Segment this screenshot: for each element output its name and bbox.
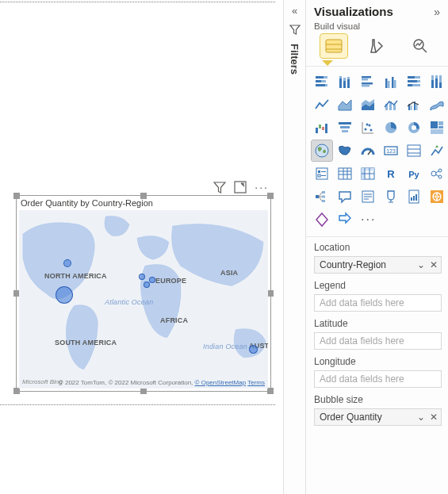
terms-link[interactable]: Terms [247,379,265,386]
viz-paginated[interactable] [404,186,424,207]
svg-rect-112 [413,196,415,201]
viz-panel-title: Visualizations [314,5,393,18]
svg-rect-34 [431,80,434,88]
map-visual[interactable]: Order Quantity by Country-Region [16,195,271,392]
viz-stacked-bar[interactable] [312,71,332,92]
visual-more-icon[interactable]: ··· [255,181,269,193]
svg-rect-111 [411,197,412,201]
map-bubble-uk[interactable] [139,274,145,280]
map-bubble-au[interactable] [249,345,258,354]
report-canvas[interactable]: ··· Order Quantity by Country-Region [0,0,283,494]
field-remove-icon[interactable]: ✕ [430,259,438,270]
svg-rect-77 [318,174,320,177]
viz-key-influencers[interactable] [427,163,447,184]
viz-matrix[interactable] [358,163,378,184]
viz-scatter[interactable] [358,117,378,138]
viz-treemap[interactable] [427,117,447,138]
viz-donut[interactable] [404,117,424,138]
well-legend-drop[interactable]: Add data fields here [314,294,442,312]
svg-rect-13 [339,79,342,88]
viz-powerapps[interactable] [312,209,332,230]
bing-logo: Microsoft Bing [22,378,63,385]
viz-line[interactable] [312,94,332,115]
build-visual-label: Build visual [306,21,448,33]
well-latitude-label: Latitude [314,318,442,329]
filters-label[interactable]: Filters [289,44,301,75]
map-label-sa: SOUTH AMERICA [55,339,117,347]
viz-stacked-column[interactable] [335,71,355,92]
map-canvas[interactable]: NORTH AMERICA SOUTH AMERICA EUROPE AFRIC… [19,210,268,389]
svg-rect-62 [431,121,438,128]
viz-filled-map[interactable] [335,140,355,161]
page-border-top [0,2,275,2]
viz-r-script[interactable]: R [381,163,401,184]
viz-type-grid: 123 R Py ··· [306,68,448,236]
analytics-mode-button[interactable] [407,34,434,58]
svg-rect-19 [362,76,371,79]
viz-stacked-area[interactable] [358,94,378,115]
fields-mode-button[interactable] [320,34,347,58]
map-bubble-us[interactable] [56,286,73,304]
svg-rect-32 [408,84,412,86]
viz-100-bar[interactable] [404,71,424,92]
viz-slicer[interactable] [312,163,332,184]
svg-rect-24 [388,81,390,88]
viz-clustered-column[interactable] [381,71,401,92]
svg-text:R: R [387,168,395,180]
expand-filters-icon[interactable]: « [292,5,297,17]
filters-funnel-icon[interactable] [289,23,301,36]
viz-pie[interactable] [381,117,401,138]
viz-python[interactable]: Py [404,163,424,184]
osm-link[interactable]: © OpenStreetMap [195,379,247,386]
svg-rect-43 [411,105,412,110]
well-latitude-drop[interactable]: Add data fields here [314,332,442,350]
viz-goals[interactable] [381,186,401,207]
map-bubble-de[interactable] [149,277,155,283]
svg-line-101 [319,193,322,197]
viz-decomposition[interactable] [312,186,332,207]
viz-multirow-card[interactable] [404,140,424,161]
format-mode-button[interactable] [363,34,390,58]
viz-card[interactable]: 123 [381,140,401,161]
well-bubble-field[interactable]: Order Quantity ⌄ ✕ [314,408,442,426]
viz-kpi[interactable] [427,140,447,161]
viz-area[interactable] [335,94,355,115]
filter-icon[interactable] [213,181,226,193]
viz-arcgis[interactable] [427,186,447,207]
svg-rect-21 [362,82,373,85]
viz-map[interactable] [312,140,332,161]
viz-waterfall[interactable] [312,117,332,138]
field-dropdown-icon[interactable]: ⌄ [417,259,425,270]
svg-rect-22 [362,85,370,87]
svg-point-92 [431,171,436,176]
viz-clustered-bar[interactable] [358,71,378,92]
viz-more[interactable]: ··· [358,209,378,230]
svg-rect-0 [235,182,246,193]
field-dropdown-icon-2[interactable]: ⌄ [417,412,425,423]
map-bubble-ca[interactable] [63,259,71,267]
viz-line-stacked-column[interactable] [381,94,401,115]
svg-rect-52 [342,130,348,132]
focus-mode-icon[interactable] [234,181,247,193]
svg-rect-23 [385,79,388,88]
viz-100-column[interactable] [427,71,447,92]
svg-text:123: 123 [386,148,396,154]
svg-rect-17 [347,79,350,88]
svg-rect-41 [393,105,396,110]
well-location-field[interactable]: Country-Region ⌄ ✕ [314,256,442,274]
viz-ribbon[interactable] [427,94,447,115]
viz-line-clustered-column[interactable] [404,94,424,115]
well-longitude-drop[interactable]: Add data fields here [314,370,442,388]
viz-table[interactable] [335,163,355,184]
filters-rail: « Filters [283,0,305,494]
viz-qna[interactable] [335,186,355,207]
field-remove-icon-2[interactable]: ✕ [430,412,438,423]
viz-automate[interactable] [335,209,355,230]
map-bubble-fr[interactable] [144,281,150,288]
svg-rect-64 [438,126,443,128]
map-label-af: AFRICA [160,316,188,324]
viz-funnel[interactable] [335,117,355,138]
viz-gauge[interactable] [358,140,378,161]
collapse-panel-icon[interactable]: » [434,6,440,18]
viz-narrative[interactable] [358,186,378,207]
